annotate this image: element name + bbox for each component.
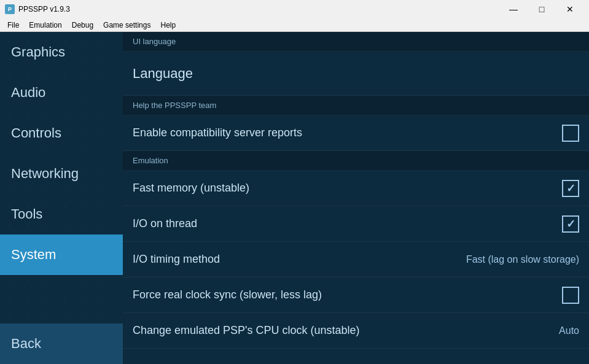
menu-item-debug[interactable]: Debug [67, 18, 98, 32]
sidebar-item-audio[interactable]: Audio [0, 72, 123, 113]
sidebar-item-controls[interactable]: Controls [0, 113, 123, 153]
menu-bar: FileEmulationDebugGame settingsHelp [0, 18, 589, 32]
cpu-clock-value: Auto [559, 325, 579, 336]
title-bar: P PPSSPP v1.9.3 — □ ✕ [0, 0, 589, 18]
io-timing-label: I/O timing method [133, 253, 466, 266]
settings-item-fast-memory[interactable]: Fast memory (unstable) [123, 171, 589, 206]
maximize-button[interactable]: □ [528, 0, 556, 18]
language-label: Language [133, 66, 579, 82]
fast-memory-checkbox[interactable] [562, 180, 579, 197]
menu-item-emulation[interactable]: Emulation [24, 18, 66, 32]
compatibility-reports-label: Enable compatibility server reports [133, 126, 562, 139]
sidebar: Graphics Audio Controls Networking Tools… [0, 32, 123, 364]
io-thread-label: I/O on thread [133, 217, 562, 230]
settings-item-language[interactable]: Language [123, 52, 589, 96]
menu-item-file[interactable]: File [2, 18, 24, 32]
real-clock-checkbox[interactable] [562, 287, 579, 304]
io-timing-value: Fast (lag on slow storage) [466, 254, 579, 265]
compatibility-reports-checkbox[interactable] [562, 125, 579, 142]
settings-item-io-thread[interactable]: I/O on thread [123, 206, 589, 242]
sidebar-item-graphics[interactable]: Graphics [0, 32, 123, 72]
section-header-help: Help the PPSSPP team [123, 96, 589, 115]
sidebar-item-networking[interactable]: Networking [0, 153, 123, 194]
back-button[interactable]: Back [0, 323, 123, 364]
section-header-emulation: Emulation [123, 151, 589, 171]
minimize-button[interactable]: — [499, 0, 528, 18]
settings-panel: UI language Language Help the PPSSPP tea… [123, 32, 589, 364]
cpu-clock-label: Change emulated PSP's CPU clock (unstabl… [133, 324, 559, 337]
window-title: PPSSPP v1.9.3 [18, 5, 499, 14]
fast-memory-label: Fast memory (unstable) [133, 182, 562, 195]
main-content: Graphics Audio Controls Networking Tools… [0, 32, 589, 364]
settings-item-io-timing[interactable]: I/O timing method Fast (lag on slow stor… [123, 242, 589, 277]
sidebar-item-system[interactable]: System [0, 234, 123, 275]
section-header-ui: UI language [123, 32, 589, 52]
menu-item-game-settings[interactable]: Game settings [98, 18, 155, 32]
app-icon: P [5, 4, 15, 14]
settings-item-compatibility-reports[interactable]: Enable compatibility server reports [123, 115, 589, 151]
menu-item-help[interactable]: Help [155, 18, 181, 32]
settings-item-real-clock[interactable]: Force real clock sync (slower, less lag) [123, 277, 589, 313]
sidebar-item-tools[interactable]: Tools [0, 194, 123, 234]
close-button[interactable]: ✕ [556, 0, 584, 18]
io-thread-checkbox[interactable] [562, 215, 579, 233]
settings-item-cpu-clock[interactable]: Change emulated PSP's CPU clock (unstabl… [123, 313, 589, 349]
settings-list: UI language Language Help the PPSSPP tea… [123, 32, 589, 349]
window-controls: — □ ✕ [499, 0, 584, 18]
real-clock-label: Force real clock sync (slower, less lag) [133, 288, 562, 301]
